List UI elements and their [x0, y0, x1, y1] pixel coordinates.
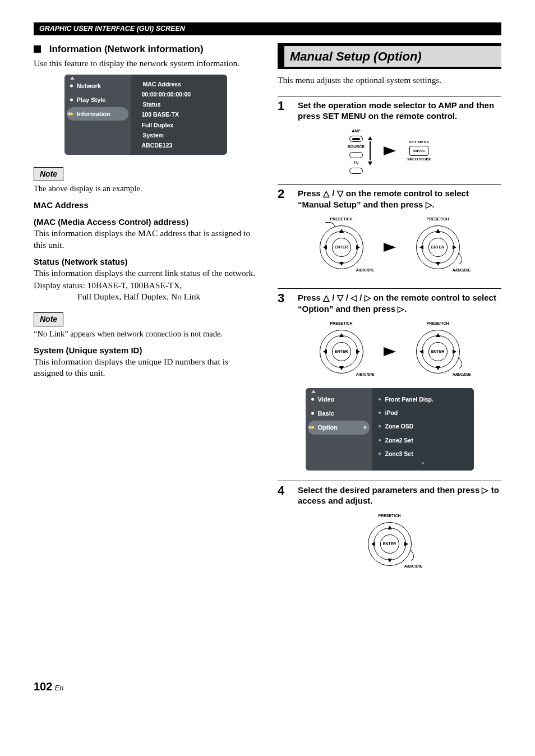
osd-item-information: Information — [67, 107, 128, 121]
system-body: This information displays the unique ID … — [34, 356, 257, 379]
info-heading-text: Information (Network information) — [49, 44, 204, 54]
srch-mode-label: SRCH MODE — [407, 157, 431, 162]
mac-body: This information displays the MAC addres… — [34, 228, 257, 250]
left-column: Information (Network information) Use th… — [34, 43, 257, 578]
step-4-diagram: PRESET/CH ENTER A/B/C/D/E — [278, 513, 501, 575]
manual-setup-intro: This menu adjusts the optional system se… — [278, 75, 501, 86]
note-tag-1: Note — [34, 167, 63, 181]
osd-system-value: ABCDE123 — [136, 140, 222, 150]
set-menu-label: SET MENU — [409, 140, 429, 145]
page-lang: En — [55, 684, 64, 692]
status-line1: Display status: 10BASE-T, 100BASE-TX, — [34, 280, 257, 291]
section-header: GRAPHIC USER INTERFACE (GUI) SCREEN — [34, 22, 501, 35]
dpad-left: PRESET/CH ENTER A/B/C/D/E — [311, 321, 372, 382]
step-2-text: Press △ / ▽ on the remote control to sel… — [298, 188, 501, 210]
big-arrow-icon — [384, 347, 396, 356]
osd-option-menu: Video Basic Option Front Panel Disp. iPo… — [306, 388, 474, 471]
osd2-r-frontpanel: Front Panel Disp. — [375, 393, 471, 406]
step-1-text: Set the operation mode selector to AMP a… — [298, 100, 501, 122]
mode-selector-diagram: AMP SOURCE TV — [348, 128, 365, 174]
page-number: 102 — [34, 680, 52, 693]
step-1-number: 1 — [278, 100, 290, 122]
osd-item-playstyle: Play Style — [64, 93, 131, 107]
note-1-text: The above display is an example. — [34, 183, 257, 194]
square-bullet-icon — [34, 45, 41, 53]
osd-right-pane: MAC Address 00:00:00:00:00:00 Status 100… — [131, 75, 227, 155]
big-arrow-icon — [384, 243, 396, 252]
osd-status-v1: 100 BASE-TX — [136, 109, 222, 119]
menu-button-diagram: SET MENU MENU SRCH MODE — [407, 140, 431, 163]
swish-up-icon — [325, 222, 335, 228]
dpad-single: PRESET/CH ENTER A/B/C/D/E — [359, 513, 421, 575]
osd2-left-pane: Video Basic Option — [306, 388, 372, 471]
osd2-r-zoneosd: Zone OSD — [375, 420, 471, 433]
right-column: Manual Setup (Option) This menu adjusts … — [278, 43, 501, 578]
osd2-item-basic: Basic — [306, 407, 372, 421]
step-3-text: Press △ / ▽ / ◁ / ▷ on the remote contro… — [298, 292, 501, 314]
mac-subhead: (MAC (Media Access Control) address) — [34, 216, 257, 228]
selector-source-icon — [349, 152, 363, 158]
dpad-right: PRESET/CH ENTER A/B/C/D/E — [407, 321, 469, 382]
info-heading: Information (Network information) — [34, 43, 257, 56]
osd2-right-pane: Front Panel Disp. iPod Zone OSD Zone2 Se… — [372, 388, 474, 471]
dpad-down-icon — [339, 262, 344, 266]
step-4-number: 4 — [278, 485, 290, 506]
osd2-r-zone2: Zone2 Set — [375, 434, 471, 447]
system-head: System (Unique system ID) — [34, 345, 257, 356]
dpad-left-icon — [323, 245, 327, 250]
osd-system-label: System — [136, 130, 222, 140]
note-tag-2: Note — [34, 312, 63, 326]
mac-head: MAC Address — [34, 200, 257, 211]
source-label: SOURCE — [348, 144, 365, 149]
osd-mac-value: 00:00:00:00:00:00 — [136, 89, 222, 99]
step-4: 4 Select the desired parameters and then… — [278, 481, 501, 506]
step-3-number: 3 — [278, 292, 290, 314]
amp-label: AMP — [352, 128, 361, 133]
step-1: 1 Set the operation mode selector to AMP… — [278, 96, 501, 122]
osd-status-v2: Full Duplex — [136, 120, 222, 130]
step-3-diagram-dpads: PRESET/CH ENTER A/B/C/D/E PRESET/CH ENTE… — [278, 321, 501, 382]
step-1-diagram: AMP SOURCE TV SET MENU MENU SRCH MODE — [278, 128, 501, 174]
step-2: 2 Press △ / ▽ on the remote control to s… — [278, 184, 501, 210]
osd-item-network: Network — [64, 79, 131, 93]
step-2-number: 2 — [278, 188, 290, 210]
selector-tv-icon — [349, 168, 363, 174]
step-3: 3 Press △ / ▽ / ◁ / ▷ on the remote cont… — [278, 288, 501, 314]
more-indicator-icon — [422, 462, 424, 464]
two-column-layout: Information (Network information) Use th… — [34, 43, 501, 578]
osd-mac-label: MAC Address — [136, 79, 222, 89]
status-head: Status (Network status) — [34, 256, 257, 268]
osd2-r-ipod: iPod — [375, 406, 471, 420]
osd2-item-video: Video — [306, 393, 372, 407]
dpad-left: PRESET/CH ENTER A/B/C/D/E — [311, 216, 372, 278]
manual-setup-heading: Manual Setup (Option) — [284, 46, 501, 67]
selector-arrows-icon — [368, 136, 372, 165]
status-body: This information displays the current li… — [34, 268, 257, 279]
osd2-item-option: Option — [308, 421, 370, 435]
step-4-text: Select the desired parameters and then p… — [298, 485, 501, 506]
osd-status-label: Status — [136, 99, 222, 109]
step-2-diagram: PRESET/CH ENTER A/B/C/D/E PRESET/CH ENTE… — [278, 216, 501, 278]
enter-button: ENTER — [332, 238, 351, 257]
page-footer: 102 En — [34, 679, 501, 694]
big-arrow-icon — [384, 146, 396, 155]
swish-right-icon — [454, 253, 464, 265]
dpad-up-icon — [339, 229, 344, 233]
selector-amp-icon — [349, 136, 363, 142]
osd-network-info: Network Play Style Information MAC Addre… — [64, 75, 227, 155]
tv-label: TV — [354, 160, 359, 165]
note-2-text: “No Link” appears when network connectio… — [34, 329, 257, 339]
osd2-r-zone3: Zone3 Set — [375, 447, 471, 460]
osd-left-pane: Network Play Style Information — [64, 75, 131, 155]
dpad-right: PRESET/CH ENTER A/B/C/D/E — [407, 216, 469, 278]
info-intro: Use this feature to display the network … — [34, 58, 257, 69]
dpad-right-icon — [356, 245, 360, 250]
manual-setup-heading-wrap: Manual Setup (Option) — [278, 43, 501, 69]
status-line2: Full Duplex, Half Duplex, No Link — [34, 291, 257, 302]
menu-button-icon: MENU — [409, 146, 428, 156]
